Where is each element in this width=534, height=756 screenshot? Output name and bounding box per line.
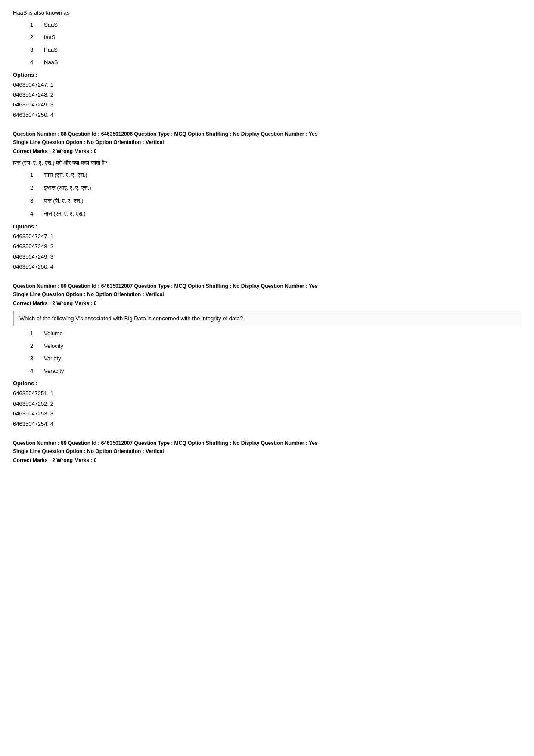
q89-meta-line2: Single Line Question Option : No Option … bbox=[13, 291, 521, 299]
option-text: इआस (आइ. ए. ए. एस.) bbox=[44, 184, 91, 191]
option-text: सास (एस. ए. ए. एस.) bbox=[44, 172, 87, 178]
list-item: 4. NaaS bbox=[30, 59, 521, 66]
list-item: 4. नास (एन. ए. ए. एस.) bbox=[30, 210, 521, 217]
list-item: 3. Variety bbox=[30, 355, 521, 362]
option-text: PaaS bbox=[44, 47, 58, 53]
list-item: 3. पास (पी. ए. ए. एस.) bbox=[30, 197, 521, 204]
option-num: 1. bbox=[30, 330, 39, 337]
list-item: 2. Velocity bbox=[30, 343, 521, 349]
option-num: 4. bbox=[30, 59, 39, 66]
q89-repeat-meta: Question Number : 89 Question Id : 64635… bbox=[13, 439, 521, 456]
option-num: 3. bbox=[30, 197, 39, 204]
option-num: 2. bbox=[30, 343, 39, 349]
option-num: 2. bbox=[30, 184, 39, 191]
q89-repeat-meta-line1: Question Number : 89 Question Id : 64635… bbox=[13, 439, 521, 447]
options-label: Options : bbox=[13, 380, 521, 387]
q89-options: 1. Volume 2. Velocity 3. Variety 4. Vera… bbox=[30, 330, 521, 374]
option-num: 4. bbox=[30, 210, 39, 217]
option-code-item: 64635047250. 4 bbox=[13, 110, 521, 120]
q88-meta: Question Number : 88 Question Id : 64635… bbox=[13, 130, 521, 147]
option-text: Variety bbox=[44, 355, 61, 362]
option-text: Veracity bbox=[44, 368, 64, 374]
option-code-item: 64635047252. 2 bbox=[13, 399, 521, 409]
option-text: IaaS bbox=[44, 34, 56, 41]
option-text: NaaS bbox=[44, 59, 58, 66]
q89-meta-line1: Question Number : 89 Question Id : 64635… bbox=[13, 282, 521, 291]
option-text: SaaS bbox=[44, 22, 58, 28]
q88-block: Question Number : 88 Question Id : 64635… bbox=[13, 130, 521, 272]
q89-question-text: Which of the following V's associated wi… bbox=[13, 311, 521, 326]
options-label: Options : bbox=[13, 72, 521, 78]
q89-repeat-block: Question Number : 89 Question Id : 64635… bbox=[13, 439, 521, 463]
q89-repeat-meta-line2: Single Line Question Option : No Option … bbox=[13, 447, 521, 456]
list-item: 2. इआस (आइ. ए. ए. एस.) bbox=[30, 184, 521, 191]
q89-marks: Correct Marks : 2 Wrong Marks : 0 bbox=[13, 300, 521, 306]
option-code-item: 64635047249. 3 bbox=[13, 100, 521, 109]
q89-repeat-marks: Correct Marks : 2 Wrong Marks : 0 bbox=[13, 457, 521, 463]
option-code-item: 64635047248. 2 bbox=[13, 241, 521, 251]
list-item: 2. IaaS bbox=[30, 34, 521, 41]
list-item: 3. PaaS bbox=[30, 47, 521, 53]
options-label: Options : bbox=[13, 223, 521, 230]
option-num: 2. bbox=[30, 34, 39, 41]
q89-option-codes: 64635047251. 1 64635047252. 2 6463504725… bbox=[13, 388, 521, 429]
option-codes: 64635047247. 1 64635047248. 2 6463504724… bbox=[13, 80, 521, 120]
option-text: Velocity bbox=[44, 343, 63, 349]
option-code-item: 64635047248. 2 bbox=[13, 90, 521, 100]
option-code-item: 64635047247. 1 bbox=[13, 80, 521, 90]
option-code-item: 64635047254. 4 bbox=[13, 419, 521, 429]
option-num: 3. bbox=[30, 355, 39, 362]
list-item: 4. Veracity bbox=[30, 368, 521, 374]
top-question-block: HaaS is also known as 1. SaaS 2. IaaS 3.… bbox=[13, 9, 521, 120]
option-code-item: 64635047247. 1 bbox=[13, 231, 521, 241]
top-question-text: HaaS is also known as bbox=[13, 9, 521, 17]
q89-meta: Question Number : 89 Question Id : 64635… bbox=[13, 282, 521, 299]
q88-question-text: हास (एच. ए. ए. एस.) को और क्या कहा जाता … bbox=[13, 159, 521, 167]
option-code-item: 64635047249. 3 bbox=[13, 252, 521, 262]
option-num: 3. bbox=[30, 47, 39, 53]
option-num: 4. bbox=[30, 368, 39, 374]
option-num: 1. bbox=[30, 172, 39, 178]
q88-marks: Correct Marks : 2 Wrong Marks : 0 bbox=[13, 148, 521, 154]
option-code-item: 64635047250. 4 bbox=[13, 262, 521, 272]
option-text: नास (एन. ए. ए. एस.) bbox=[44, 210, 86, 217]
top-question-options: 1. SaaS 2. IaaS 3. PaaS 4. NaaS bbox=[30, 22, 521, 66]
list-item: 1. सास (एस. ए. ए. एस.) bbox=[30, 172, 521, 178]
q88-meta-line1: Question Number : 88 Question Id : 64635… bbox=[13, 130, 521, 138]
option-code-item: 64635047251. 1 bbox=[13, 388, 521, 398]
list-item: 1. Volume bbox=[30, 330, 521, 337]
option-code-item: 64635047253. 3 bbox=[13, 409, 521, 419]
option-num: 1. bbox=[30, 22, 39, 28]
q89-block: Question Number : 89 Question Id : 64635… bbox=[13, 282, 521, 429]
q88-options: 1. सास (एस. ए. ए. एस.) 2. इआस (आइ. ए. ए.… bbox=[30, 172, 521, 217]
q88-meta-line2: Single Line Question Option : No Option … bbox=[13, 138, 521, 147]
option-text: Volume bbox=[44, 330, 62, 337]
q88-option-codes: 64635047247. 1 64635047248. 2 6463504724… bbox=[13, 231, 521, 272]
option-text: पास (पी. ए. ए. एस.) bbox=[44, 197, 84, 204]
list-item: 1. SaaS bbox=[30, 22, 521, 28]
